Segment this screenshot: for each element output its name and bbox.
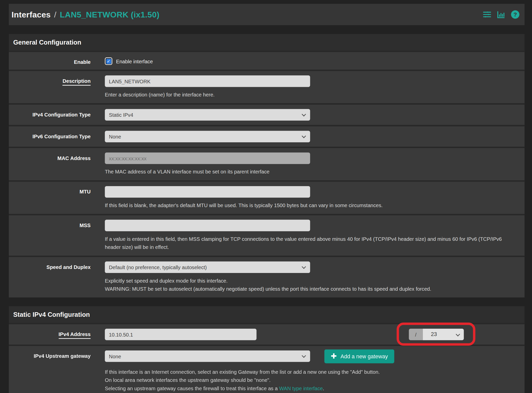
speed-duplex-help-line1: Explicitly set speed and duplex mode for… [105, 277, 518, 285]
speed-duplex-help-warning: WARNING: MUST be set to autoselect (auto… [105, 285, 518, 293]
ipv4-configuration-type-select[interactable]: Static IPv4 [105, 109, 310, 121]
ipv4-upstream-gateway-row: IPv4 Upstream gateway None ✚ Add a new g… [9, 345, 525, 393]
panel-title: Static IPv4 Configuration [13, 311, 90, 318]
mtu-help: If this field is blank, the adapter's de… [105, 201, 518, 209]
breadcrumb-section: Interfaces [12, 10, 51, 19]
selected-value: None [109, 353, 121, 359]
subnet-prefix-group: / 23 [409, 329, 464, 340]
mtu-input[interactable] [105, 186, 310, 198]
ipv6-configuration-type-select[interactable]: None [105, 131, 310, 142]
prefix-separator-addon: / [409, 329, 423, 340]
selected-value: Default (no preference, typically autose… [109, 264, 207, 270]
enable-row: Enable ✓ Enable interface [9, 51, 525, 70]
selected-value: 23 [431, 331, 437, 338]
enable-interface-checkbox[interactable]: ✓ [105, 57, 112, 65]
mss-row: MSS If a value is entered in this field,… [9, 214, 525, 256]
help-icon[interactable]: ? [511, 10, 520, 19]
titlebar-actions: ? [483, 10, 520, 19]
chevron-down-icon [302, 353, 306, 358]
ipv4-upstream-gateway-label: IPv4 Upstream gateway [14, 350, 91, 393]
mac-address-input[interactable] [105, 152, 310, 164]
general-configuration-panel: General Configuration Enable ✓ Enable in… [9, 34, 525, 297]
add-new-gateway-button-label: Add a new gateway [340, 353, 388, 359]
mss-input[interactable] [105, 220, 310, 231]
wan-type-interface-link[interactable]: WAN type interface [279, 385, 323, 391]
add-new-gateway-button[interactable]: ✚ Add a new gateway [324, 349, 395, 363]
gateway-help-line1: If this interface is an Internet connect… [105, 368, 518, 376]
interface-config-page: Interfaces/LAN5_NETWORK (ix1.50) [0, 4, 532, 393]
breadcrumb: Interfaces/LAN5_NETWORK (ix1.50) [12, 10, 159, 19]
ipv4-configuration-type-label: IPv4 Configuration Type [14, 109, 91, 121]
mss-label: MSS [14, 220, 91, 251]
ipv4-configuration-type-row: IPv4 Configuration Type Static IPv4 [9, 103, 525, 125]
description-row: Description Enter a description (name) f… [9, 70, 525, 103]
enable-label: Enable [14, 56, 91, 65]
gateway-help-line2: On local area network interfaces the ups… [105, 376, 518, 384]
mtu-row: MTU If this field is blank, the adapter'… [9, 180, 525, 214]
ipv4-upstream-gateway-select[interactable]: None [105, 350, 310, 362]
mac-address-row: MAC Address The MAC address of a VLAN in… [9, 147, 525, 180]
gateway-help: If this interface is an Internet connect… [105, 368, 518, 393]
checkmark-icon: ✓ [106, 59, 111, 64]
ipv4-address-input[interactable] [105, 329, 256, 340]
breadcrumb-separator: / [51, 10, 60, 19]
selected-value: Static IPv4 [109, 112, 133, 118]
gateway-help-line3: Selecting an upstream gateway causes the… [105, 384, 518, 392]
ipv6-configuration-type-row: IPv6 Configuration Type None [9, 125, 525, 147]
speed-duplex-help: Explicitly set speed and duplex mode for… [105, 277, 518, 293]
general-configuration-header: General Configuration [9, 34, 525, 51]
mac-address-help: The MAC address of a VLAN interface must… [105, 168, 518, 176]
sliders-icon[interactable] [483, 10, 492, 19]
ipv6-configuration-type-label: IPv6 Configuration Type [14, 131, 91, 142]
mac-address-label: MAC Address [14, 152, 91, 176]
plus-icon: ✚ [331, 352, 337, 360]
speed-duplex-label: Speed and Duplex [14, 262, 91, 293]
panel-title: General Configuration [13, 38, 81, 46]
chevron-down-icon [302, 112, 306, 116]
breadcrumb-current-interface[interactable]: LAN5_NETWORK (ix1.50) [60, 10, 159, 19]
selected-value: None [109, 134, 121, 140]
static-ipv4-configuration-panel: Static IPv4 Configuration IPv4 Address /… [9, 306, 525, 393]
chevron-down-icon [302, 134, 306, 138]
breadcrumb-bar: Interfaces/LAN5_NETWORK (ix1.50) [9, 4, 525, 25]
chevron-down-icon [302, 265, 306, 269]
chevron-down-icon [456, 332, 460, 337]
bar-chart-icon[interactable] [497, 10, 505, 19]
svg-text:?: ? [514, 11, 517, 18]
speed-duplex-row: Speed and Duplex Default (no preference,… [9, 256, 525, 298]
mss-help: If a value is entered in this field, the… [105, 235, 518, 251]
description-help: Enter a description (name) for the inter… [105, 91, 518, 99]
description-input[interactable] [105, 75, 310, 87]
description-label: Description [14, 75, 91, 99]
ipv4-address-row: IPv4 Address / 23 [9, 323, 525, 345]
subnet-mask-select[interactable]: 23 [423, 329, 464, 340]
speed-duplex-select[interactable]: Default (no preference, typically autose… [105, 262, 310, 273]
static-ipv4-configuration-header: Static IPv4 Configuration [9, 306, 525, 323]
mtu-label: MTU [14, 186, 91, 210]
enable-interface-checkbox-label[interactable]: Enable interface [116, 58, 153, 64]
ipv4-address-label: IPv4 Address [14, 329, 91, 340]
